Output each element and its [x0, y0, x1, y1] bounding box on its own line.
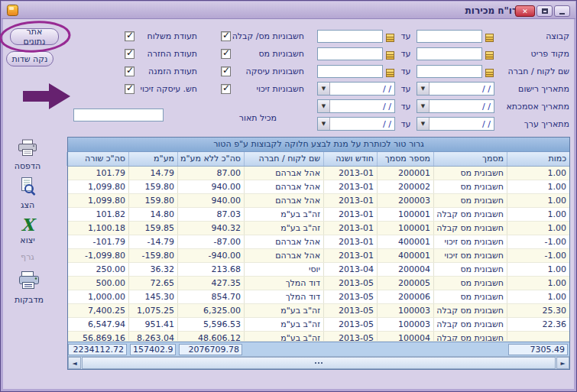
print-action[interactable]: הדפסה: [9, 139, 46, 171]
return-note-checkbox[interactable]: [125, 49, 135, 59]
lookup-icon[interactable]: [385, 66, 395, 76]
table-body: 1.00חשבונית מס2000012013-01אהל אברהם87.0…: [68, 167, 569, 342]
cell-num: 200002: [377, 180, 433, 193]
cell-vat: 159.80: [128, 180, 177, 193]
labels-action[interactable]: מדבקות: [8, 271, 50, 305]
contains-description-input[interactable]: [73, 109, 164, 121]
item-code-from-input[interactable]: [417, 47, 482, 60]
cell-num: 200006: [377, 290, 433, 303]
printer-icon: [18, 145, 37, 160]
cell-vat: 1,075.25: [128, 304, 177, 317]
credit-invoice-checkbox[interactable]: [221, 84, 231, 94]
value-date-from-select[interactable]: / / ▼: [417, 117, 494, 131]
checkbox-label: חשבוניות מס: [234, 49, 304, 59]
column-header-rowtotal[interactable]: סה"כ שורה: [66, 152, 128, 166]
scroll-right-arrow[interactable]: ►: [556, 357, 569, 369]
table-row[interactable]: 1.00חשבונית מס2000022013-01אהל אברהם940.…: [68, 180, 569, 194]
table-row[interactable]: 1.00חשבונית מס2000042013-04יוסי213.6836.…: [68, 263, 569, 277]
lookup-icon[interactable]: [485, 66, 494, 76]
export-action[interactable]: X יצוא: [12, 215, 43, 245]
customer-to-input[interactable]: [317, 65, 383, 78]
transaction-invoice-checkbox[interactable]: [221, 66, 231, 76]
cell-doc: חשבונית מס: [433, 290, 507, 303]
value-date-to-select[interactable]: / / ▼: [317, 117, 395, 131]
tax-invoice-checkbox[interactable]: [221, 49, 231, 59]
maximize-icon[interactable]: [536, 5, 553, 17]
column-header-document[interactable]: מסמך: [433, 152, 507, 166]
item-code-to-input[interactable]: [317, 47, 383, 60]
table-row[interactable]: חשבונית מס קבלה1000042013-05זה"ב בע"מ48,…: [68, 332, 569, 342]
cell-net: 940.00: [177, 194, 244, 207]
cell-num: 200005: [377, 277, 433, 290]
order-note-checkbox[interactable]: [125, 66, 135, 76]
close-icon[interactable]: ✕: [515, 5, 535, 17]
column-header-quantity[interactable]: כמות: [507, 152, 569, 166]
filter-row-reg-date: מתאריך רישום / / ▼ עד / / ▼: [314, 82, 569, 96]
chevron-down-icon[interactable]: ▼: [417, 118, 430, 130]
cell-doc: חשבונית מס: [433, 167, 507, 180]
cell-net: 6,325.00: [177, 304, 244, 317]
find-data-button[interactable]: אתר נתונים: [10, 28, 59, 45]
app-icon: [7, 5, 18, 16]
lookup-icon[interactable]: [485, 31, 494, 41]
filter-row-item-code: מקוד פריט עד: [314, 47, 569, 60]
reg-date-from-select[interactable]: / / ▼: [417, 82, 494, 96]
table-row[interactable]: 1.00חשבונית מס קבלה1000012013-01זה"ב בע"…: [68, 208, 569, 222]
scroll-left-arrow[interactable]: ◄: [68, 357, 81, 369]
table-row[interactable]: 25.30חשבונית מס קבלה1000032013-05זה"ב בע…: [68, 304, 569, 318]
group-to-input[interactable]: [317, 30, 383, 43]
cell-net: 213.68: [177, 263, 244, 276]
group-from-input[interactable]: [417, 30, 482, 43]
table-row[interactable]: 22.36חשבונית מס קבלה1000032013-05זה"ב בע…: [68, 318, 569, 332]
group-by-bar[interactable]: גרור טור לכותרת על מנת לבצע חלוקה לקבוצו…: [68, 138, 569, 152]
cell-net: 940.32: [177, 222, 244, 235]
horizontal-scrollbar[interactable]: ◄ ►: [68, 356, 569, 369]
chevron-down-icon[interactable]: ▼: [417, 83, 430, 95]
total-rowtotal: 2234112.72: [68, 344, 127, 355]
lookup-icon[interactable]: [385, 31, 395, 41]
chevron-down-icon[interactable]: ▼: [318, 100, 330, 112]
ref-date-from-select[interactable]: / / ▼: [417, 99, 494, 113]
cell-doc: חשבונית מס זיכוי: [433, 249, 507, 262]
table-row[interactable]: -1.00חשבונית מס זיכוי4000012013-01אהל אב…: [68, 235, 569, 249]
column-header-net[interactable]: סה"כ ללא מע"מ: [177, 152, 244, 166]
column-header-vat[interactable]: מע"מ: [128, 152, 177, 166]
table-row[interactable]: 1.00חשבונית מס2000012013-01אהל אברהם87.0…: [68, 167, 569, 180]
reg-date-label: מתאריך רישום: [499, 84, 569, 94]
table-row[interactable]: -1.00חשבונית מס זיכוי4000012013-01אהל אב…: [68, 249, 569, 263]
window-controls: ✕: [515, 5, 570, 17]
table-row[interactable]: 1.00חשבונית מס2000062013-05דוד המלך854.7…: [68, 290, 569, 304]
cell-qty: [507, 332, 569, 341]
tax-invoice-receipt-checkbox[interactable]: [221, 31, 231, 41]
scroll-thumb[interactable]: [82, 357, 556, 369]
column-header-customer[interactable]: שם לקוח / חברה: [244, 152, 323, 166]
preview-action[interactable]: הצג: [12, 177, 43, 210]
customer-from-input[interactable]: [417, 65, 482, 78]
cell-month: 2013-01: [323, 235, 377, 248]
column-header-docnumber[interactable]: מספר מסמך: [377, 152, 433, 166]
cell-month: 2013-05: [323, 290, 377, 303]
table-row[interactable]: 1.00חשבונית מס קבלה1000012013-01זה"ב בע"…: [68, 222, 569, 235]
cell-doc: חשבונית מס: [433, 277, 507, 290]
minimize-icon[interactable]: [554, 5, 570, 17]
labels-label: מדבקות: [8, 295, 50, 305]
chevron-down-icon[interactable]: ▼: [417, 100, 430, 112]
lookup-icon[interactable]: [485, 49, 494, 59]
ref-date-to-select[interactable]: / / ▼: [317, 99, 395, 113]
lookup-icon[interactable]: [385, 49, 395, 59]
chevron-down-icon[interactable]: ▼: [318, 118, 330, 130]
chevron-down-icon[interactable]: ▼: [318, 83, 330, 95]
cell-num: 100003: [377, 304, 433, 317]
reg-date-to-select[interactable]: / / ▼: [317, 82, 395, 96]
cell-doc: חשבונית מס: [433, 180, 507, 193]
table-row[interactable]: 1.00חשבונית מס2000032013-01אהל אברהם940.…: [68, 194, 569, 208]
delivery-note-checkbox[interactable]: [125, 31, 135, 41]
cell-customer: אהל אברהם: [244, 194, 323, 207]
clear-fields-button[interactable]: נקה שדות: [6, 51, 53, 66]
until-label: עד: [398, 66, 413, 76]
column-header-monthyear[interactable]: חודש ושנה: [323, 152, 377, 166]
table-row[interactable]: 1.00חשבונית מס2000052013-05דוד המלך427.3…: [68, 277, 569, 290]
cell-total: 7,400.25: [68, 304, 128, 317]
credit-transaction-checkbox[interactable]: [125, 84, 135, 94]
checkbox-label: חשבוניות זיכוי: [234, 84, 304, 94]
